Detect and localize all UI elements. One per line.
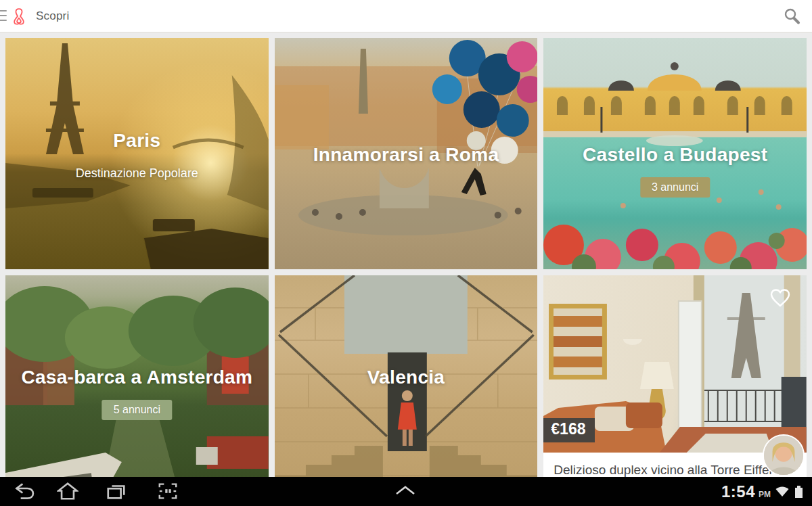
page-title: Scopri: [36, 9, 69, 23]
host-avatar[interactable]: [763, 434, 805, 476]
recent-apps-icon[interactable]: [106, 481, 127, 501]
hamburger-menu-icon[interactable]: [0, 10, 7, 21]
card-title: Castello a Budapest: [543, 144, 807, 166]
destination-card-valencia[interactable]: Valencia: [275, 275, 538, 506]
listing-photo: €168: [543, 275, 807, 453]
destination-card-amsterdam[interactable]: Casa-barca a Amsterdam 5 annunci: [5, 275, 269, 506]
status-cluster: 1:54 PM: [721, 477, 804, 506]
card-title: Innamorarsi a Roma: [275, 144, 538, 166]
battery-icon: [794, 484, 804, 499]
favorite-heart-icon[interactable]: [769, 288, 792, 309]
listing-count-badge: 3 annunci: [640, 177, 710, 198]
airbnb-logo-icon[interactable]: [9, 5, 28, 27]
clock: 1:54: [721, 482, 755, 501]
screenshot-icon[interactable]: [157, 481, 179, 501]
destination-card-budapest[interactable]: Castello a Budapest 3 annunci: [543, 38, 807, 269]
valencia-photo: [275, 275, 538, 506]
card-title: Paris: [5, 130, 269, 152]
android-nav-bar: 1:54 PM: [0, 477, 812, 506]
wifi-icon: [775, 485, 790, 499]
card-title: Casa-barca a Amsterdam: [5, 367, 269, 388]
amsterdam-photo: [5, 275, 269, 506]
home-icon[interactable]: [57, 481, 78, 501]
chevron-up-icon[interactable]: [394, 485, 416, 496]
destination-card-roma[interactable]: Innamorarsi a Roma: [275, 38, 538, 269]
listing-card-duplex[interactable]: €168 Delizioso duplex vicino alla Torre …: [543, 275, 807, 506]
price-badge: €168: [543, 418, 594, 442]
listing-count-badge: 5 annunci: [102, 400, 172, 420]
paris-photo: [5, 38, 269, 269]
back-icon[interactable]: [14, 481, 35, 501]
search-icon[interactable]: [782, 7, 801, 26]
card-subtitle: Destinazione Popolare: [5, 166, 269, 181]
clock-meridiem: PM: [759, 490, 771, 499]
app-bar: Scopri: [0, 0, 812, 32]
card-title: Valencia: [275, 367, 538, 388]
destination-card-paris[interactable]: Paris Destinazione Popolare: [5, 38, 269, 269]
discover-grid: Paris Destinazione Popolare: [0, 32, 812, 506]
